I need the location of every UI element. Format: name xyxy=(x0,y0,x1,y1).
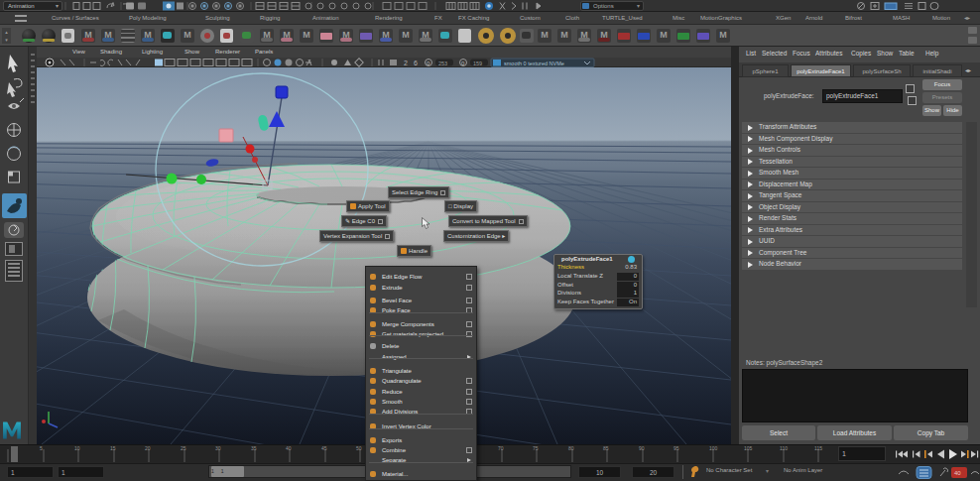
svg-text:15: 15 xyxy=(110,445,116,451)
svg-text:90: 90 xyxy=(639,445,645,451)
svg-text:100: 100 xyxy=(709,445,718,451)
svg-text:5: 5 xyxy=(40,445,43,451)
svg-text:253: 253 xyxy=(438,60,447,66)
svg-text:70: 70 xyxy=(498,445,504,451)
svg-text:0: 0 xyxy=(461,60,465,66)
svg-text:10: 10 xyxy=(74,445,80,451)
svg-text:80: 80 xyxy=(568,445,574,451)
svg-text:25: 25 xyxy=(181,445,186,451)
svg-text:2: 2 xyxy=(404,60,408,66)
svg-text:40: 40 xyxy=(286,445,292,451)
svg-text:110: 110 xyxy=(780,445,788,451)
svg-text:40: 40 xyxy=(954,470,961,476)
svg-text:smooth 0 textured NVMe: smooth 0 textured NVMe xyxy=(504,60,564,66)
svg-text:45: 45 xyxy=(321,445,327,451)
svg-text:50: 50 xyxy=(356,445,362,451)
svg-text:85: 85 xyxy=(603,445,609,451)
svg-text:75: 75 xyxy=(533,445,539,451)
svg-text:105: 105 xyxy=(744,445,753,451)
svg-text:20: 20 xyxy=(145,445,151,451)
svg-text:159: 159 xyxy=(473,60,482,66)
svg-text:95: 95 xyxy=(674,445,679,451)
svg-text:6: 6 xyxy=(414,60,418,66)
svg-text:30: 30 xyxy=(215,445,221,451)
svg-text:0: 0 xyxy=(427,60,430,66)
svg-text:35: 35 xyxy=(251,445,257,451)
svg-text:115: 115 xyxy=(814,445,822,451)
